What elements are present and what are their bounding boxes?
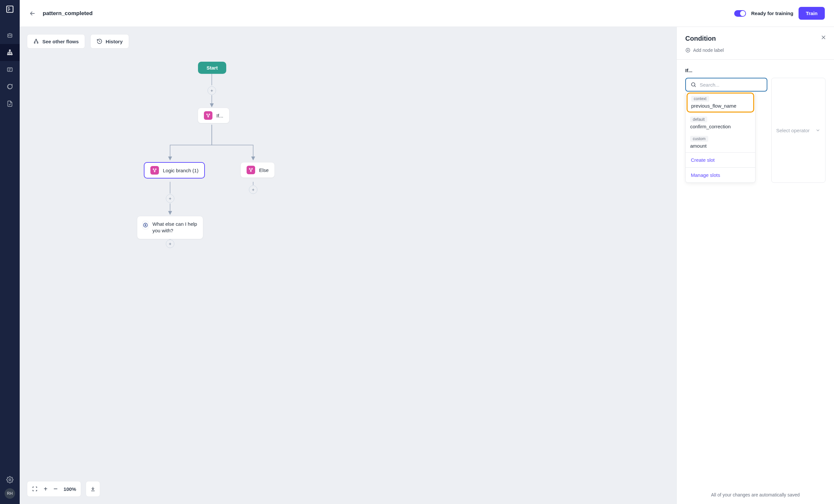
- back-arrow-icon[interactable]: [29, 10, 36, 17]
- train-button[interactable]: Train: [798, 7, 825, 20]
- close-icon[interactable]: [820, 34, 827, 41]
- download-button[interactable]: [86, 481, 100, 497]
- dropdown-item-context[interactable]: context previous_flow_name: [686, 93, 754, 113]
- add-step-button[interactable]: +: [207, 86, 216, 95]
- panel-title: Condition: [685, 35, 826, 42]
- search-icon: [690, 82, 697, 88]
- flow-canvas[interactable]: See other flows History: [20, 27, 676, 504]
- slot-value: previous_flow_name: [691, 103, 737, 109]
- add-step-button[interactable]: +: [249, 185, 258, 194]
- ready-label: Ready for training: [751, 10, 793, 16]
- side-navigation: RH: [0, 0, 20, 504]
- logic-branch-node[interactable]: Logic branch (1): [144, 162, 205, 179]
- header: pattern_completed Ready for training Tra…: [20, 0, 834, 27]
- svg-point-6: [9, 54, 10, 55]
- chevron-down-icon: [815, 128, 820, 133]
- ready-toggle[interactable]: [734, 10, 746, 17]
- else-label: Else: [259, 167, 269, 173]
- slot-dropdown: context previous_flow_name default confi…: [685, 93, 755, 183]
- zoom-in-button[interactable]: +: [44, 485, 48, 493]
- logic-branch-label: Logic branch (1): [163, 168, 198, 173]
- zoom-controls: + − 100%: [27, 481, 81, 497]
- operator-placeholder: Select operator: [776, 128, 810, 133]
- fit-view-icon[interactable]: [32, 486, 38, 492]
- autosave-footer: All of your changes are automatically sa…: [677, 485, 834, 504]
- slot-tag: context: [691, 96, 709, 102]
- if-heading: If...: [685, 68, 826, 73]
- message-node[interactable]: What else can I help you with?: [137, 216, 203, 239]
- svg-point-9: [7, 84, 13, 89]
- add-step-button[interactable]: +: [166, 239, 174, 248]
- create-slot-link[interactable]: Create slot: [686, 153, 755, 167]
- nav-flows[interactable]: [0, 44, 20, 61]
- condition-search-input[interactable]: [685, 78, 767, 92]
- page-title: pattern_completed: [43, 10, 93, 17]
- nav-nlu[interactable]: [0, 61, 20, 78]
- add-step-button[interactable]: +: [166, 194, 174, 203]
- message-text: What else can I help you with?: [152, 221, 198, 234]
- svg-point-4: [9, 50, 10, 51]
- user-avatar[interactable]: RH: [5, 488, 15, 499]
- branch-icon: [204, 111, 213, 120]
- add-node-label-button[interactable]: Add node label: [685, 48, 826, 53]
- add-label-text: Add node label: [693, 48, 724, 53]
- svg-point-3: [10, 35, 11, 36]
- search-field[interactable]: [700, 82, 762, 88]
- svg-point-2: [8, 35, 9, 36]
- zoom-level: 100%: [64, 486, 76, 492]
- svg-point-5: [7, 54, 9, 55]
- branch-icon: [150, 166, 159, 175]
- rasa-logo: [5, 5, 15, 14]
- else-node[interactable]: Else: [240, 162, 275, 178]
- start-label: Start: [206, 65, 218, 71]
- slot-value: amount: [690, 143, 707, 148]
- nav-settings[interactable]: [0, 471, 20, 488]
- if-node[interactable]: If...: [198, 108, 229, 123]
- dropdown-item-custom[interactable]: custom amount: [686, 133, 755, 152]
- slot-value: confirm_correction: [690, 124, 730, 129]
- manage-slots-link[interactable]: Manage slots: [686, 168, 755, 182]
- svg-point-7: [11, 54, 13, 55]
- slot-tag: default: [690, 116, 707, 122]
- svg-rect-8: [7, 68, 13, 71]
- nav-conversations[interactable]: [0, 78, 20, 95]
- svg-point-16: [208, 116, 209, 117]
- dropdown-item-default[interactable]: default confirm_correction: [686, 114, 755, 133]
- svg-point-22: [250, 170, 251, 171]
- nav-assistant[interactable]: [0, 27, 20, 44]
- plus-circle-icon: [685, 48, 690, 53]
- nav-files[interactable]: [0, 95, 20, 112]
- start-node[interactable]: Start: [198, 62, 226, 74]
- branch-icon: [247, 166, 255, 174]
- operator-select[interactable]: Select operator: [771, 78, 826, 183]
- if-label: If...: [216, 113, 223, 118]
- zoom-out-button[interactable]: −: [53, 485, 58, 493]
- svg-point-25: [692, 83, 695, 86]
- inspector-panel: Condition Add node label If...: [676, 27, 834, 504]
- chat-icon: [142, 221, 148, 229]
- svg-point-19: [154, 171, 155, 172]
- slot-tag: custom: [690, 136, 708, 142]
- svg-point-10: [9, 479, 11, 481]
